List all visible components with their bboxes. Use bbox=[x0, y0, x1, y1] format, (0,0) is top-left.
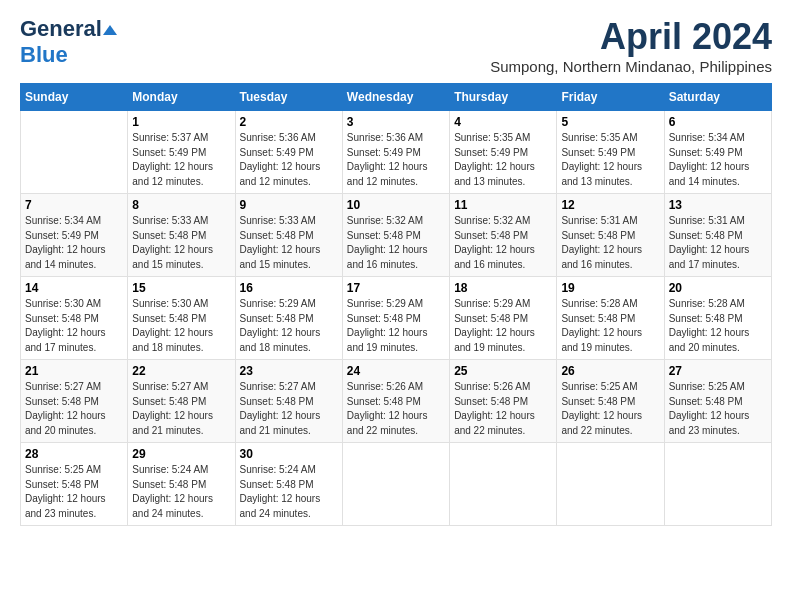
calendar-cell bbox=[557, 443, 664, 526]
day-number: 14 bbox=[25, 281, 123, 295]
calendar-cell: 25Sunrise: 5:26 AM Sunset: 5:48 PM Dayli… bbox=[450, 360, 557, 443]
day-number: 21 bbox=[25, 364, 123, 378]
calendar-cell: 5Sunrise: 5:35 AM Sunset: 5:49 PM Daylig… bbox=[557, 111, 664, 194]
title-block: April 2024 Sumpong, Northern Mindanao, P… bbox=[490, 16, 772, 75]
month-title: April 2024 bbox=[490, 16, 772, 58]
day-info: Sunrise: 5:25 AM Sunset: 5:48 PM Dayligh… bbox=[561, 380, 659, 438]
calendar-cell: 24Sunrise: 5:26 AM Sunset: 5:48 PM Dayli… bbox=[342, 360, 449, 443]
weekday-header: Thursday bbox=[450, 84, 557, 111]
calendar-cell: 6Sunrise: 5:34 AM Sunset: 5:49 PM Daylig… bbox=[664, 111, 771, 194]
calendar-cell: 28Sunrise: 5:25 AM Sunset: 5:48 PM Dayli… bbox=[21, 443, 128, 526]
day-info: Sunrise: 5:25 AM Sunset: 5:48 PM Dayligh… bbox=[669, 380, 767, 438]
day-info: Sunrise: 5:33 AM Sunset: 5:48 PM Dayligh… bbox=[240, 214, 338, 272]
calendar-cell: 13Sunrise: 5:31 AM Sunset: 5:48 PM Dayli… bbox=[664, 194, 771, 277]
weekday-header: Saturday bbox=[664, 84, 771, 111]
calendar-cell: 16Sunrise: 5:29 AM Sunset: 5:48 PM Dayli… bbox=[235, 277, 342, 360]
day-number: 3 bbox=[347, 115, 445, 129]
day-number: 9 bbox=[240, 198, 338, 212]
calendar-week-row: 21Sunrise: 5:27 AM Sunset: 5:48 PM Dayli… bbox=[21, 360, 772, 443]
calendar-cell: 22Sunrise: 5:27 AM Sunset: 5:48 PM Dayli… bbox=[128, 360, 235, 443]
day-number: 24 bbox=[347, 364, 445, 378]
day-number: 27 bbox=[669, 364, 767, 378]
calendar-cell: 11Sunrise: 5:32 AM Sunset: 5:48 PM Dayli… bbox=[450, 194, 557, 277]
calendar-body: 1Sunrise: 5:37 AM Sunset: 5:49 PM Daylig… bbox=[21, 111, 772, 526]
day-number: 18 bbox=[454, 281, 552, 295]
location: Sumpong, Northern Mindanao, Philippines bbox=[490, 58, 772, 75]
calendar-cell: 27Sunrise: 5:25 AM Sunset: 5:48 PM Dayli… bbox=[664, 360, 771, 443]
day-info: Sunrise: 5:28 AM Sunset: 5:48 PM Dayligh… bbox=[561, 297, 659, 355]
logo-block: General Blue bbox=[20, 16, 118, 68]
calendar-cell: 2Sunrise: 5:36 AM Sunset: 5:49 PM Daylig… bbox=[235, 111, 342, 194]
calendar-cell: 3Sunrise: 5:36 AM Sunset: 5:49 PM Daylig… bbox=[342, 111, 449, 194]
day-info: Sunrise: 5:29 AM Sunset: 5:48 PM Dayligh… bbox=[347, 297, 445, 355]
calendar-cell bbox=[21, 111, 128, 194]
day-info: Sunrise: 5:31 AM Sunset: 5:48 PM Dayligh… bbox=[669, 214, 767, 272]
header-row: SundayMondayTuesdayWednesdayThursdayFrid… bbox=[21, 84, 772, 111]
day-info: Sunrise: 5:24 AM Sunset: 5:48 PM Dayligh… bbox=[240, 463, 338, 521]
calendar-cell bbox=[664, 443, 771, 526]
day-number: 7 bbox=[25, 198, 123, 212]
day-info: Sunrise: 5:37 AM Sunset: 5:49 PM Dayligh… bbox=[132, 131, 230, 189]
calendar-cell: 23Sunrise: 5:27 AM Sunset: 5:48 PM Dayli… bbox=[235, 360, 342, 443]
day-info: Sunrise: 5:29 AM Sunset: 5:48 PM Dayligh… bbox=[240, 297, 338, 355]
day-number: 5 bbox=[561, 115, 659, 129]
calendar-week-row: 7Sunrise: 5:34 AM Sunset: 5:49 PM Daylig… bbox=[21, 194, 772, 277]
day-info: Sunrise: 5:27 AM Sunset: 5:48 PM Dayligh… bbox=[132, 380, 230, 438]
day-info: Sunrise: 5:26 AM Sunset: 5:48 PM Dayligh… bbox=[347, 380, 445, 438]
day-number: 6 bbox=[669, 115, 767, 129]
weekday-header: Tuesday bbox=[235, 84, 342, 111]
calendar-cell: 19Sunrise: 5:28 AM Sunset: 5:48 PM Dayli… bbox=[557, 277, 664, 360]
day-info: Sunrise: 5:34 AM Sunset: 5:49 PM Dayligh… bbox=[669, 131, 767, 189]
calendar-cell: 12Sunrise: 5:31 AM Sunset: 5:48 PM Dayli… bbox=[557, 194, 664, 277]
day-info: Sunrise: 5:28 AM Sunset: 5:48 PM Dayligh… bbox=[669, 297, 767, 355]
calendar-table: SundayMondayTuesdayWednesdayThursdayFrid… bbox=[20, 83, 772, 526]
day-number: 1 bbox=[132, 115, 230, 129]
calendar-cell: 18Sunrise: 5:29 AM Sunset: 5:48 PM Dayli… bbox=[450, 277, 557, 360]
logo-text: General Blue bbox=[20, 16, 118, 67]
calendar-cell: 8Sunrise: 5:33 AM Sunset: 5:48 PM Daylig… bbox=[128, 194, 235, 277]
logo-arrow-icon bbox=[103, 25, 117, 35]
day-info: Sunrise: 5:34 AM Sunset: 5:49 PM Dayligh… bbox=[25, 214, 123, 272]
weekday-header: Friday bbox=[557, 84, 664, 111]
day-info: Sunrise: 5:36 AM Sunset: 5:49 PM Dayligh… bbox=[240, 131, 338, 189]
calendar-week-row: 1Sunrise: 5:37 AM Sunset: 5:49 PM Daylig… bbox=[21, 111, 772, 194]
day-number: 29 bbox=[132, 447, 230, 461]
header: General Blue April 2024 Sumpong, Norther… bbox=[20, 16, 772, 75]
day-number: 8 bbox=[132, 198, 230, 212]
weekday-header: Wednesday bbox=[342, 84, 449, 111]
calendar-cell: 29Sunrise: 5:24 AM Sunset: 5:48 PM Dayli… bbox=[128, 443, 235, 526]
page-container: General Blue April 2024 Sumpong, Norther… bbox=[0, 0, 792, 542]
day-info: Sunrise: 5:29 AM Sunset: 5:48 PM Dayligh… bbox=[454, 297, 552, 355]
day-number: 28 bbox=[25, 447, 123, 461]
day-number: 19 bbox=[561, 281, 659, 295]
calendar-cell: 20Sunrise: 5:28 AM Sunset: 5:48 PM Dayli… bbox=[664, 277, 771, 360]
day-info: Sunrise: 5:35 AM Sunset: 5:49 PM Dayligh… bbox=[561, 131, 659, 189]
calendar-cell bbox=[450, 443, 557, 526]
day-number: 22 bbox=[132, 364, 230, 378]
day-info: Sunrise: 5:31 AM Sunset: 5:48 PM Dayligh… bbox=[561, 214, 659, 272]
day-info: Sunrise: 5:32 AM Sunset: 5:48 PM Dayligh… bbox=[347, 214, 445, 272]
calendar-week-row: 28Sunrise: 5:25 AM Sunset: 5:48 PM Dayli… bbox=[21, 443, 772, 526]
logo-blue-text: Blue bbox=[20, 42, 68, 67]
day-info: Sunrise: 5:33 AM Sunset: 5:48 PM Dayligh… bbox=[132, 214, 230, 272]
day-number: 30 bbox=[240, 447, 338, 461]
calendar-cell: 9Sunrise: 5:33 AM Sunset: 5:48 PM Daylig… bbox=[235, 194, 342, 277]
calendar-cell: 4Sunrise: 5:35 AM Sunset: 5:49 PM Daylig… bbox=[450, 111, 557, 194]
day-number: 23 bbox=[240, 364, 338, 378]
day-number: 15 bbox=[132, 281, 230, 295]
day-info: Sunrise: 5:25 AM Sunset: 5:48 PM Dayligh… bbox=[25, 463, 123, 521]
day-info: Sunrise: 5:24 AM Sunset: 5:48 PM Dayligh… bbox=[132, 463, 230, 521]
weekday-header: Monday bbox=[128, 84, 235, 111]
calendar-cell: 15Sunrise: 5:30 AM Sunset: 5:48 PM Dayli… bbox=[128, 277, 235, 360]
logo-general: General bbox=[20, 16, 102, 41]
day-number: 13 bbox=[669, 198, 767, 212]
weekday-header: Sunday bbox=[21, 84, 128, 111]
calendar-header: SundayMondayTuesdayWednesdayThursdayFrid… bbox=[21, 84, 772, 111]
day-number: 10 bbox=[347, 198, 445, 212]
day-info: Sunrise: 5:30 AM Sunset: 5:48 PM Dayligh… bbox=[25, 297, 123, 355]
calendar-cell bbox=[342, 443, 449, 526]
day-info: Sunrise: 5:27 AM Sunset: 5:48 PM Dayligh… bbox=[240, 380, 338, 438]
calendar-cell: 14Sunrise: 5:30 AM Sunset: 5:48 PM Dayli… bbox=[21, 277, 128, 360]
day-info: Sunrise: 5:36 AM Sunset: 5:49 PM Dayligh… bbox=[347, 131, 445, 189]
day-number: 25 bbox=[454, 364, 552, 378]
